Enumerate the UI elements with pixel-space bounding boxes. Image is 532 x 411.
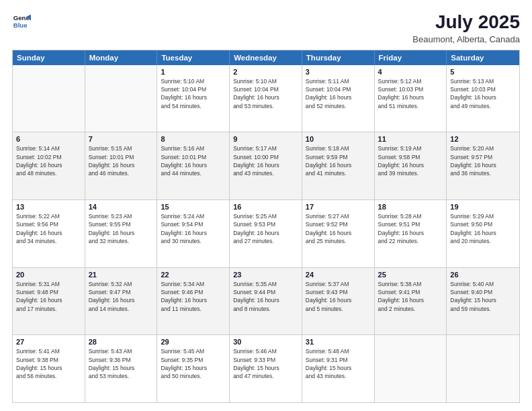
calendar-cell: 19Sunrise: 5:29 AM Sunset: 9:50 PM Dayli…	[447, 200, 519, 267]
day-number: 25	[378, 271, 443, 279]
calendar-cell: 21Sunrise: 5:32 AM Sunset: 9:47 PM Dayli…	[85, 268, 158, 335]
calendar-cell: 1Sunrise: 5:10 AM Sunset: 10:04 PM Dayli…	[157, 65, 230, 132]
weekday-header-wednesday: Wednesday	[230, 50, 302, 65]
cell-details: Sunrise: 5:38 AM Sunset: 9:41 PM Dayligh…	[378, 280, 443, 313]
cell-details: Sunrise: 5:27 AM Sunset: 9:52 PM Dayligh…	[306, 212, 371, 245]
cell-details: Sunrise: 5:16 AM Sunset: 10:01 PM Daylig…	[161, 144, 226, 177]
day-number: 10	[306, 135, 371, 143]
day-number: 6	[16, 135, 81, 143]
calendar-cell	[375, 335, 447, 402]
logo-icon: General Blue	[12, 12, 31, 31]
cell-details: Sunrise: 5:31 AM Sunset: 9:48 PM Dayligh…	[16, 280, 81, 313]
cell-details: Sunrise: 5:28 AM Sunset: 9:51 PM Dayligh…	[378, 212, 443, 245]
cell-details: Sunrise: 5:24 AM Sunset: 9:54 PM Dayligh…	[161, 212, 226, 245]
calendar-cell: 23Sunrise: 5:35 AM Sunset: 9:44 PM Dayli…	[230, 268, 302, 335]
calendar-cell: 31Sunrise: 5:48 AM Sunset: 9:31 PM Dayli…	[302, 335, 375, 402]
calendar-cell: 12Sunrise: 5:20 AM Sunset: 9:57 PM Dayli…	[447, 132, 519, 199]
day-number: 14	[89, 203, 154, 211]
calendar-cell: 10Sunrise: 5:18 AM Sunset: 9:59 PM Dayli…	[302, 132, 375, 199]
cell-details: Sunrise: 5:29 AM Sunset: 9:50 PM Dayligh…	[450, 212, 516, 245]
day-number: 7	[89, 135, 154, 143]
cell-details: Sunrise: 5:17 AM Sunset: 10:00 PM Daylig…	[233, 144, 298, 177]
cell-details: Sunrise: 5:18 AM Sunset: 9:59 PM Dayligh…	[306, 144, 371, 177]
calendar: SundayMondayTuesdayWednesdayThursdayFrid…	[12, 50, 520, 403]
cell-details: Sunrise: 5:13 AM Sunset: 10:03 PM Daylig…	[450, 77, 516, 110]
cell-details: Sunrise: 5:19 AM Sunset: 9:58 PM Dayligh…	[378, 144, 443, 177]
cell-details: Sunrise: 5:41 AM Sunset: 9:38 PM Dayligh…	[16, 347, 81, 380]
day-number: 28	[89, 338, 154, 346]
calendar-cell: 24Sunrise: 5:37 AM Sunset: 9:43 PM Dayli…	[302, 268, 375, 335]
day-number: 31	[306, 338, 371, 346]
cell-details: Sunrise: 5:43 AM Sunset: 9:36 PM Dayligh…	[89, 347, 154, 380]
calendar-cell: 6Sunrise: 5:14 AM Sunset: 10:02 PM Dayli…	[13, 132, 85, 199]
day-number: 18	[378, 203, 443, 211]
calendar-cell	[13, 65, 85, 132]
calendar-row-3: 20Sunrise: 5:31 AM Sunset: 9:48 PM Dayli…	[13, 267, 519, 335]
calendar-cell: 20Sunrise: 5:31 AM Sunset: 9:48 PM Dayli…	[13, 268, 85, 335]
day-number: 16	[233, 203, 298, 211]
calendar-cell: 17Sunrise: 5:27 AM Sunset: 9:52 PM Dayli…	[302, 200, 375, 267]
calendar-row-0: 1Sunrise: 5:10 AM Sunset: 10:04 PM Dayli…	[13, 65, 519, 132]
day-number: 8	[161, 135, 226, 143]
day-number: 13	[16, 203, 81, 211]
cell-details: Sunrise: 5:48 AM Sunset: 9:31 PM Dayligh…	[306, 347, 371, 380]
cell-details: Sunrise: 5:12 AM Sunset: 10:03 PM Daylig…	[378, 77, 443, 110]
day-number: 9	[233, 135, 298, 143]
cell-details: Sunrise: 5:22 AM Sunset: 9:56 PM Dayligh…	[16, 212, 81, 245]
calendar-cell: 13Sunrise: 5:22 AM Sunset: 9:56 PM Dayli…	[13, 200, 85, 267]
calendar-cell: 22Sunrise: 5:34 AM Sunset: 9:46 PM Dayli…	[157, 268, 230, 335]
cell-details: Sunrise: 5:10 AM Sunset: 10:04 PM Daylig…	[161, 77, 226, 110]
weekday-header-saturday: Saturday	[447, 50, 519, 65]
cell-details: Sunrise: 5:11 AM Sunset: 10:04 PM Daylig…	[306, 77, 371, 110]
day-number: 22	[161, 271, 226, 279]
cell-details: Sunrise: 5:32 AM Sunset: 9:47 PM Dayligh…	[89, 280, 154, 313]
calendar-cell: 3Sunrise: 5:11 AM Sunset: 10:04 PM Dayli…	[302, 65, 375, 132]
weekday-header-friday: Friday	[375, 50, 447, 65]
calendar-cell: 14Sunrise: 5:23 AM Sunset: 9:55 PM Dayli…	[85, 200, 158, 267]
day-number: 12	[450, 135, 516, 143]
month-title: July 2025	[412, 12, 520, 33]
cell-details: Sunrise: 5:23 AM Sunset: 9:55 PM Dayligh…	[89, 212, 154, 245]
calendar-cell: 18Sunrise: 5:28 AM Sunset: 9:51 PM Dayli…	[375, 200, 447, 267]
header: General Blue July 2025 Beaumont, Alberta…	[12, 12, 520, 44]
calendar-cell: 25Sunrise: 5:38 AM Sunset: 9:41 PM Dayli…	[375, 268, 447, 335]
calendar-cell: 30Sunrise: 5:46 AM Sunset: 9:33 PM Dayli…	[230, 335, 302, 402]
location-title: Beaumont, Alberta, Canada	[412, 34, 520, 44]
calendar-cell: 15Sunrise: 5:24 AM Sunset: 9:54 PM Dayli…	[157, 200, 230, 267]
day-number: 11	[378, 135, 443, 143]
calendar-cell: 2Sunrise: 5:10 AM Sunset: 10:04 PM Dayli…	[230, 65, 302, 132]
weekday-header-monday: Monday	[85, 50, 158, 65]
cell-details: Sunrise: 5:15 AM Sunset: 10:01 PM Daylig…	[89, 144, 154, 177]
calendar-cell: 28Sunrise: 5:43 AM Sunset: 9:36 PM Dayli…	[85, 335, 158, 402]
cell-details: Sunrise: 5:34 AM Sunset: 9:46 PM Dayligh…	[161, 280, 226, 313]
calendar-cell: 16Sunrise: 5:25 AM Sunset: 9:53 PM Dayli…	[230, 200, 302, 267]
day-number: 3	[306, 68, 371, 76]
day-number: 15	[161, 203, 226, 211]
calendar-header: SundayMondayTuesdayWednesdayThursdayFrid…	[13, 50, 519, 65]
day-number: 24	[306, 271, 371, 279]
calendar-row-1: 6Sunrise: 5:14 AM Sunset: 10:02 PM Dayli…	[13, 132, 519, 199]
cell-details: Sunrise: 5:40 AM Sunset: 9:40 PM Dayligh…	[450, 280, 516, 313]
day-number: 30	[233, 338, 298, 346]
title-block: July 2025 Beaumont, Alberta, Canada	[412, 12, 520, 44]
day-number: 26	[450, 271, 516, 279]
day-number: 19	[450, 203, 516, 211]
weekday-header-thursday: Thursday	[302, 50, 375, 65]
cell-details: Sunrise: 5:20 AM Sunset: 9:57 PM Dayligh…	[450, 144, 516, 177]
day-number: 4	[378, 68, 443, 76]
day-number: 1	[161, 68, 226, 76]
calendar-cell: 8Sunrise: 5:16 AM Sunset: 10:01 PM Dayli…	[157, 132, 230, 199]
cell-details: Sunrise: 5:46 AM Sunset: 9:33 PM Dayligh…	[233, 347, 298, 380]
day-number: 2	[233, 68, 298, 76]
calendar-body: 1Sunrise: 5:10 AM Sunset: 10:04 PM Dayli…	[13, 65, 519, 402]
calendar-cell: 7Sunrise: 5:15 AM Sunset: 10:01 PM Dayli…	[85, 132, 158, 199]
calendar-cell: 27Sunrise: 5:41 AM Sunset: 9:38 PM Dayli…	[13, 335, 85, 402]
day-number: 27	[16, 338, 81, 346]
page: General Blue July 2025 Beaumont, Alberta…	[0, 0, 532, 411]
day-number: 17	[306, 203, 371, 211]
calendar-cell	[85, 65, 158, 132]
weekday-header-tuesday: Tuesday	[157, 50, 230, 65]
calendar-cell: 4Sunrise: 5:12 AM Sunset: 10:03 PM Dayli…	[375, 65, 447, 132]
logo: General Blue	[12, 12, 31, 31]
cell-details: Sunrise: 5:37 AM Sunset: 9:43 PM Dayligh…	[306, 280, 371, 313]
